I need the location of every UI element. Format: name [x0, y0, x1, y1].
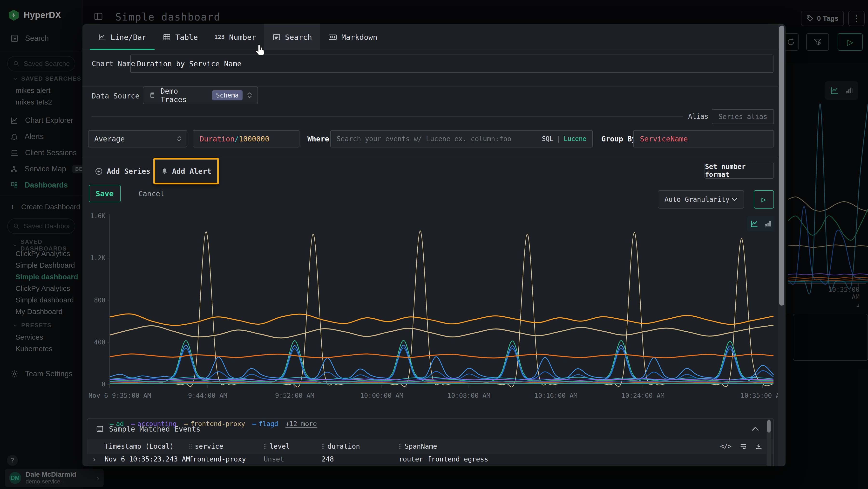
line-chart-icon[interactable] — [749, 219, 760, 228]
col-spanname[interactable]: SpanName — [396, 442, 774, 450]
table-scrollbar-thumb[interactable] — [767, 420, 771, 433]
svg-text:10:16:00 AM: 10:16:00 AM — [534, 392, 578, 399]
svg-text:10:35:00 AM: 10:35:00 AM — [740, 392, 784, 399]
drag-handle-icon[interactable] — [399, 443, 402, 449]
tab-search[interactable]: Search — [264, 24, 320, 50]
col-duration[interactable]: duration — [318, 442, 396, 450]
search-list-icon — [273, 33, 281, 41]
data-source-label: Data Source — [92, 92, 140, 100]
series-alias-input[interactable] — [712, 109, 774, 124]
svg-text:10:08:00 AM: 10:08:00 AM — [447, 392, 490, 399]
lucene-option[interactable]: Lucene — [564, 135, 586, 142]
svg-text:0: 0 — [101, 381, 105, 388]
svg-text:9:44:00 AM: 9:44:00 AM — [188, 392, 227, 399]
sql-option[interactable]: SQL — [542, 135, 553, 142]
events-table-header: Timestamp (Local) service level duration… — [87, 439, 774, 453]
svg-text:1.2K: 1.2K — [90, 254, 105, 262]
line-chart-icon — [98, 33, 106, 41]
add-alert-highlight[interactable]: Add Alert — [153, 158, 219, 184]
sample-events-header[interactable]: Sample Matched Events — [87, 419, 774, 439]
add-series-button[interactable]: Add Series — [95, 167, 151, 175]
tab-table[interactable]: Table — [155, 24, 206, 50]
table-icon — [163, 33, 171, 41]
select-chevrons-icon — [177, 136, 181, 141]
svg-text:800: 800 — [94, 297, 105, 304]
drag-handle-icon[interactable] — [264, 443, 267, 449]
list-icon — [96, 425, 104, 433]
row-expander-icon[interactable]: › — [87, 455, 101, 463]
svg-text:1.6K: 1.6K — [90, 212, 105, 220]
plus-circle-icon — [95, 167, 103, 175]
svg-text:400: 400 — [94, 339, 105, 346]
tab-line-bar[interactable]: Line/Bar — [90, 24, 155, 50]
svg-text:10:00:00 AM: 10:00:00 AM — [360, 392, 403, 399]
table-row[interactable]: › Nov 6 10:35:23.243 AM frontend-proxy U… — [87, 453, 774, 465]
drag-handle-icon[interactable] — [189, 443, 192, 449]
events-rows: › Nov 6 10:35:23.243 AM frontend-proxy U… — [87, 453, 774, 466]
chart-type-tabs: Line/Bar Table 123 Number Search Markdow… — [90, 24, 385, 50]
where-search-field[interactable]: SQL | Lucene — [330, 130, 593, 147]
sample-events-panel: Sample Matched Events Timestamp (Local) … — [87, 418, 774, 466]
add-alert-button[interactable]: Add Alert — [172, 167, 212, 175]
chart-name-label: Chart Name — [92, 59, 135, 68]
cancel-button[interactable]: Cancel — [133, 185, 169, 202]
query-language-toggle[interactable]: SQL | Lucene — [542, 135, 586, 142]
col-service[interactable]: service — [186, 442, 260, 450]
number-123-icon: 123 — [214, 34, 225, 40]
col-level[interactable]: level — [260, 442, 318, 450]
divider — [92, 116, 683, 117]
group-by-input[interactable]: ServiceName — [633, 130, 774, 147]
svg-text:10:24:00 AM: 10:24:00 AM — [621, 392, 664, 399]
schema-badge[interactable]: Schema — [212, 90, 243, 100]
modal-scrollbar-thumb[interactable] — [779, 26, 784, 306]
bar-chart-icon[interactable] — [764, 219, 772, 228]
run-chart-button[interactable]: ▷ — [754, 190, 774, 208]
set-number-format-button[interactable]: Set number format — [705, 163, 774, 179]
svg-text:Nov 6 9:35:00 AM: Nov 6 9:35:00 AM — [89, 392, 151, 399]
group-by-label: Group By — [601, 135, 636, 143]
mouse-cursor — [254, 43, 267, 58]
drag-handle-icon[interactable] — [322, 443, 324, 449]
edit-chart-modal: Line/Bar Table 123 Number Search Markdow… — [83, 24, 785, 466]
wrap-text-icon[interactable] — [740, 443, 747, 450]
field-expression-input[interactable]: Duration/1000000 — [193, 130, 300, 147]
aggregation-select[interactable]: Average — [88, 130, 187, 147]
svg-text:9:52:00 AM: 9:52:00 AM — [275, 392, 314, 399]
events-table: Timestamp (Local) service level duration… — [87, 439, 774, 466]
markdown-icon — [329, 33, 337, 41]
where-search-input[interactable] — [337, 135, 537, 143]
chart-type-toggle[interactable] — [747, 216, 774, 231]
chevron-down-icon — [732, 197, 737, 201]
divider — [83, 157, 778, 157]
chart-name-input[interactable] — [130, 55, 774, 73]
where-label: Where — [307, 135, 329, 143]
data-source-select[interactable]: Demo Traces Schema — [143, 86, 258, 104]
collapse-chevron-icon[interactable] — [752, 426, 759, 432]
download-icon[interactable] — [755, 443, 763, 450]
code-icon[interactable]: </> — [720, 443, 732, 450]
database-icon — [149, 92, 156, 99]
tab-markdown[interactable]: Markdown — [320, 24, 385, 50]
tabs-underline — [83, 50, 778, 50]
save-button[interactable]: Save — [89, 185, 121, 202]
table-row[interactable]: › Nov 6 10:35:23.243 AM frontend-proxy U… — [87, 465, 774, 466]
col-timestamp[interactable]: Timestamp (Local) — [101, 442, 186, 450]
alias-label: Alias — [688, 113, 708, 120]
bell-icon — [161, 168, 168, 175]
select-chevrons-icon — [247, 92, 252, 98]
granularity-select[interactable]: Auto Granularity — [658, 190, 744, 208]
